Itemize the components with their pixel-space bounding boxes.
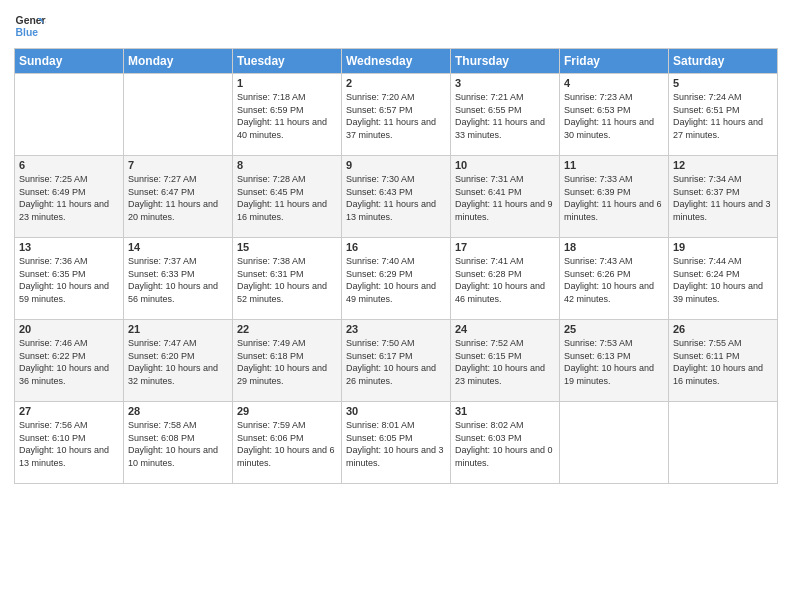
day-info: Sunrise: 7:18 AMSunset: 6:59 PMDaylight:… [237, 91, 337, 141]
calendar-week-row: 27Sunrise: 7:56 AMSunset: 6:10 PMDayligh… [15, 402, 778, 484]
day-info: Sunrise: 7:52 AMSunset: 6:15 PMDaylight:… [455, 337, 555, 387]
calendar-day-header: Tuesday [233, 49, 342, 74]
calendar-day-header: Wednesday [342, 49, 451, 74]
calendar-cell: 3Sunrise: 7:21 AMSunset: 6:55 PMDaylight… [451, 74, 560, 156]
logo: General Blue [14, 10, 46, 42]
calendar-cell: 19Sunrise: 7:44 AMSunset: 6:24 PMDayligh… [669, 238, 778, 320]
day-info: Sunrise: 7:28 AMSunset: 6:45 PMDaylight:… [237, 173, 337, 223]
day-number: 5 [673, 77, 773, 89]
calendar-cell: 10Sunrise: 7:31 AMSunset: 6:41 PMDayligh… [451, 156, 560, 238]
calendar-day-header: Thursday [451, 49, 560, 74]
header: General Blue [14, 10, 778, 42]
calendar-cell [669, 402, 778, 484]
day-number: 31 [455, 405, 555, 417]
calendar-cell: 18Sunrise: 7:43 AMSunset: 6:26 PMDayligh… [560, 238, 669, 320]
calendar-cell: 31Sunrise: 8:02 AMSunset: 6:03 PMDayligh… [451, 402, 560, 484]
day-number: 17 [455, 241, 555, 253]
day-info: Sunrise: 7:20 AMSunset: 6:57 PMDaylight:… [346, 91, 446, 141]
calendar-cell: 16Sunrise: 7:40 AMSunset: 6:29 PMDayligh… [342, 238, 451, 320]
day-number: 12 [673, 159, 773, 171]
calendar-cell: 20Sunrise: 7:46 AMSunset: 6:22 PMDayligh… [15, 320, 124, 402]
day-info: Sunrise: 7:56 AMSunset: 6:10 PMDaylight:… [19, 419, 119, 469]
calendar-cell: 6Sunrise: 7:25 AMSunset: 6:49 PMDaylight… [15, 156, 124, 238]
day-info: Sunrise: 7:37 AMSunset: 6:33 PMDaylight:… [128, 255, 228, 305]
day-info: Sunrise: 7:44 AMSunset: 6:24 PMDaylight:… [673, 255, 773, 305]
calendar-cell: 22Sunrise: 7:49 AMSunset: 6:18 PMDayligh… [233, 320, 342, 402]
day-info: Sunrise: 7:41 AMSunset: 6:28 PMDaylight:… [455, 255, 555, 305]
day-number: 6 [19, 159, 119, 171]
calendar-cell: 14Sunrise: 7:37 AMSunset: 6:33 PMDayligh… [124, 238, 233, 320]
day-number: 22 [237, 323, 337, 335]
day-number: 18 [564, 241, 664, 253]
day-number: 4 [564, 77, 664, 89]
calendar-cell: 24Sunrise: 7:52 AMSunset: 6:15 PMDayligh… [451, 320, 560, 402]
calendar-cell: 1Sunrise: 7:18 AMSunset: 6:59 PMDaylight… [233, 74, 342, 156]
day-info: Sunrise: 7:36 AMSunset: 6:35 PMDaylight:… [19, 255, 119, 305]
calendar-cell: 8Sunrise: 7:28 AMSunset: 6:45 PMDaylight… [233, 156, 342, 238]
day-info: Sunrise: 7:55 AMSunset: 6:11 PMDaylight:… [673, 337, 773, 387]
calendar-day-header: Saturday [669, 49, 778, 74]
svg-text:Blue: Blue [16, 27, 39, 38]
day-info: Sunrise: 7:30 AMSunset: 6:43 PMDaylight:… [346, 173, 446, 223]
day-number: 29 [237, 405, 337, 417]
day-number: 24 [455, 323, 555, 335]
day-info: Sunrise: 7:50 AMSunset: 6:17 PMDaylight:… [346, 337, 446, 387]
day-number: 30 [346, 405, 446, 417]
calendar-cell: 4Sunrise: 7:23 AMSunset: 6:53 PMDaylight… [560, 74, 669, 156]
calendar-cell: 7Sunrise: 7:27 AMSunset: 6:47 PMDaylight… [124, 156, 233, 238]
day-info: Sunrise: 7:23 AMSunset: 6:53 PMDaylight:… [564, 91, 664, 141]
calendar-week-row: 13Sunrise: 7:36 AMSunset: 6:35 PMDayligh… [15, 238, 778, 320]
calendar-table: SundayMondayTuesdayWednesdayThursdayFrid… [14, 48, 778, 484]
day-number: 21 [128, 323, 228, 335]
calendar-cell: 30Sunrise: 8:01 AMSunset: 6:05 PMDayligh… [342, 402, 451, 484]
calendar-cell: 28Sunrise: 7:58 AMSunset: 6:08 PMDayligh… [124, 402, 233, 484]
day-number: 26 [673, 323, 773, 335]
day-info: Sunrise: 7:59 AMSunset: 6:06 PMDaylight:… [237, 419, 337, 469]
calendar-cell: 23Sunrise: 7:50 AMSunset: 6:17 PMDayligh… [342, 320, 451, 402]
calendar-cell: 15Sunrise: 7:38 AMSunset: 6:31 PMDayligh… [233, 238, 342, 320]
calendar-cell: 26Sunrise: 7:55 AMSunset: 6:11 PMDayligh… [669, 320, 778, 402]
day-info: Sunrise: 7:47 AMSunset: 6:20 PMDaylight:… [128, 337, 228, 387]
day-info: Sunrise: 7:58 AMSunset: 6:08 PMDaylight:… [128, 419, 228, 469]
day-number: 10 [455, 159, 555, 171]
calendar-cell: 2Sunrise: 7:20 AMSunset: 6:57 PMDaylight… [342, 74, 451, 156]
day-number: 1 [237, 77, 337, 89]
day-info: Sunrise: 7:33 AMSunset: 6:39 PMDaylight:… [564, 173, 664, 223]
calendar-cell [15, 74, 124, 156]
calendar-cell: 12Sunrise: 7:34 AMSunset: 6:37 PMDayligh… [669, 156, 778, 238]
calendar-cell: 29Sunrise: 7:59 AMSunset: 6:06 PMDayligh… [233, 402, 342, 484]
day-info: Sunrise: 7:38 AMSunset: 6:31 PMDaylight:… [237, 255, 337, 305]
day-number: 15 [237, 241, 337, 253]
calendar-cell: 25Sunrise: 7:53 AMSunset: 6:13 PMDayligh… [560, 320, 669, 402]
day-info: Sunrise: 7:49 AMSunset: 6:18 PMDaylight:… [237, 337, 337, 387]
day-number: 25 [564, 323, 664, 335]
day-number: 16 [346, 241, 446, 253]
day-info: Sunrise: 7:25 AMSunset: 6:49 PMDaylight:… [19, 173, 119, 223]
day-info: Sunrise: 7:24 AMSunset: 6:51 PMDaylight:… [673, 91, 773, 141]
day-number: 14 [128, 241, 228, 253]
day-info: Sunrise: 7:40 AMSunset: 6:29 PMDaylight:… [346, 255, 446, 305]
calendar-cell: 27Sunrise: 7:56 AMSunset: 6:10 PMDayligh… [15, 402, 124, 484]
day-info: Sunrise: 7:53 AMSunset: 6:13 PMDaylight:… [564, 337, 664, 387]
day-info: Sunrise: 7:31 AMSunset: 6:41 PMDaylight:… [455, 173, 555, 223]
calendar-cell [124, 74, 233, 156]
calendar-cell: 9Sunrise: 7:30 AMSunset: 6:43 PMDaylight… [342, 156, 451, 238]
calendar-week-row: 20Sunrise: 7:46 AMSunset: 6:22 PMDayligh… [15, 320, 778, 402]
day-info: Sunrise: 7:21 AMSunset: 6:55 PMDaylight:… [455, 91, 555, 141]
day-number: 3 [455, 77, 555, 89]
day-number: 7 [128, 159, 228, 171]
calendar-cell: 21Sunrise: 7:47 AMSunset: 6:20 PMDayligh… [124, 320, 233, 402]
day-info: Sunrise: 7:27 AMSunset: 6:47 PMDaylight:… [128, 173, 228, 223]
calendar-week-row: 6Sunrise: 7:25 AMSunset: 6:49 PMDaylight… [15, 156, 778, 238]
day-number: 20 [19, 323, 119, 335]
logo-icon: General Blue [14, 10, 46, 42]
day-number: 9 [346, 159, 446, 171]
calendar-cell: 5Sunrise: 7:24 AMSunset: 6:51 PMDaylight… [669, 74, 778, 156]
day-number: 19 [673, 241, 773, 253]
calendar-day-header: Friday [560, 49, 669, 74]
day-number: 28 [128, 405, 228, 417]
calendar-header-row: SundayMondayTuesdayWednesdayThursdayFrid… [15, 49, 778, 74]
day-info: Sunrise: 7:34 AMSunset: 6:37 PMDaylight:… [673, 173, 773, 223]
calendar-cell [560, 402, 669, 484]
day-number: 11 [564, 159, 664, 171]
